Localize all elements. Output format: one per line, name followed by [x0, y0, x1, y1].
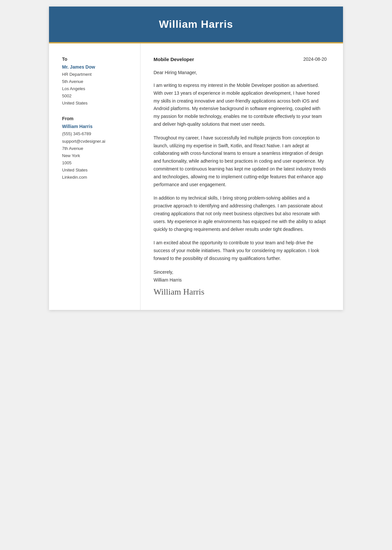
- page-container: William Harris To Mr. James Dow HR Depar…: [49, 7, 343, 310]
- closing-name: William Harris: [154, 276, 327, 284]
- recipient-country: United States: [62, 100, 130, 107]
- paragraph-1: I am writing to express my interest in t…: [154, 82, 327, 128]
- recipient-name: Mr. James Dow: [62, 64, 130, 70]
- letter-header: Mobile Developer 2024-08-20: [154, 57, 327, 62]
- letter-date: 2024-08-20: [303, 57, 327, 62]
- from-section: From William Harris (555) 345-6789 suppo…: [62, 116, 130, 181]
- sender-zip: 1005: [62, 159, 130, 167]
- sender-country: United States: [62, 167, 130, 174]
- left-column: To Mr. James Dow HR Department 5th Avenu…: [49, 43, 140, 310]
- paragraph-2: Throughout my career, I have successfull…: [154, 134, 327, 189]
- sender-name: William Harris: [62, 124, 130, 129]
- paragraph-3: In addition to my technical skills, I br…: [154, 194, 327, 233]
- recipient-street: 5th Avenue: [62, 78, 130, 85]
- applicant-name: William Harris: [69, 18, 323, 30]
- closing-word: Sincerely,: [154, 268, 327, 276]
- paragraph-4: I am excited about the opportunity to co…: [154, 239, 327, 262]
- sender-city: New York: [62, 152, 130, 159]
- signature: William Harris: [154, 287, 327, 297]
- right-column: Mobile Developer 2024-08-20 Dear Hiring …: [140, 43, 343, 310]
- page-header: William Harris: [49, 7, 343, 42]
- job-title: Mobile Developer: [154, 57, 194, 62]
- recipient-department: HR Department: [62, 71, 130, 78]
- sender-street: 7th Avenue: [62, 145, 130, 152]
- salutation: Dear Hiring Manager,: [154, 70, 327, 75]
- sender-phone: (555) 345-6789: [62, 130, 130, 138]
- closing-block: Sincerely, William Harris: [154, 268, 327, 284]
- from-label: From: [62, 116, 130, 121]
- sender-website: Linkedin.com: [62, 174, 130, 181]
- to-label: To: [62, 57, 130, 62]
- recipient-city: Los Angeles: [62, 85, 130, 92]
- main-content: To Mr. James Dow HR Department 5th Avenu…: [49, 43, 343, 310]
- recipient-zip: 5002: [62, 92, 130, 100]
- sender-email: support@cvdesigner.ai: [62, 138, 130, 145]
